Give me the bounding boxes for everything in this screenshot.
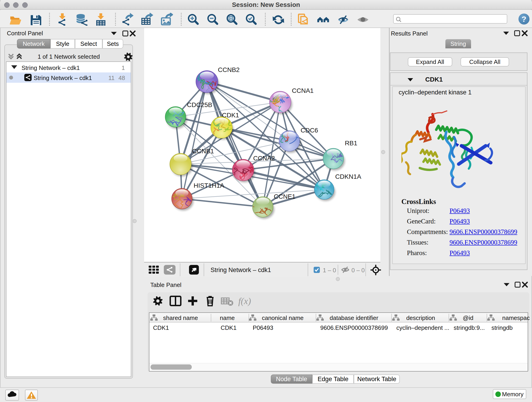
svg-text:RB1: RB1	[345, 140, 357, 147]
svg-text:CCNA1: CCNA1	[292, 87, 314, 94]
svg-text:CDKN1A: CDKN1A	[335, 173, 361, 180]
svg-text:CDC25B: CDC25B	[187, 101, 212, 108]
svg-text:CCNE1: CCNE1	[274, 193, 296, 200]
svg-text:CDC6: CDC6	[301, 127, 318, 134]
svg-text:CDK1: CDK1	[222, 112, 239, 119]
svg-text:CCNB2: CCNB2	[218, 66, 240, 73]
svg-text:CCNA2: CCNA2	[253, 155, 275, 162]
svg-text:CCNB1: CCNB1	[192, 148, 214, 155]
svg-text:HIST1H1A: HIST1H1A	[194, 182, 224, 189]
